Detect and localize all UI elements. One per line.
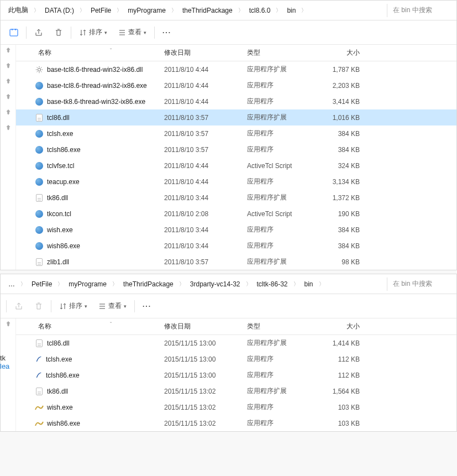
breadcrumb-overflow[interactable]: … <box>4 280 19 288</box>
file-row[interactable]: base-tk8.6-thread-win32-ix86.exe2011/8/1… <box>16 93 456 109</box>
file-list: 名称ˇ 修改日期 类型 大小 base-tcl8.6-thread-win32-… <box>16 45 456 270</box>
app-icon <box>35 81 44 90</box>
file-row[interactable]: tclsh86.exe2015/11/15 13:00应用程序112 KB <box>16 367 456 383</box>
breadcrumb-item[interactable]: myPrograme <box>64 280 111 288</box>
file-size: 103 KB <box>309 404 364 411</box>
file-row[interactable]: wish86.exe2015/11/15 13:02应用程序103 KB <box>16 415 456 431</box>
file-row[interactable]: tk86.dll2011/8/10 3:44应用程序扩展1,372 KB <box>16 190 456 206</box>
file-name: wish.exe <box>47 226 73 234</box>
file-date: 2011/8/10 4:44 <box>160 82 243 90</box>
file-row[interactable]: zlib1.dll2011/8/10 3:57应用程序扩展98 KB <box>16 254 456 270</box>
file-date: 2011/8/10 3:57 <box>160 114 243 122</box>
file-name: base-tk8.6-thread-win32-ix86.exe <box>47 98 145 106</box>
dll-icon <box>35 113 44 122</box>
column-splitter[interactable]: ˇ <box>110 48 112 54</box>
file-type: 应用程序扩展 <box>243 113 309 122</box>
file-date: 2015/11/15 13:02 <box>160 420 243 427</box>
breadcrumb-item[interactable]: bin <box>300 280 318 288</box>
breadcrumb-item[interactable]: myPrograme <box>123 7 170 14</box>
chevron-right-icon: 〉 <box>19 280 27 288</box>
file-row[interactable]: tclsh.exe2011/8/10 3:57应用程序384 KB <box>16 125 456 142</box>
breadcrumb-item[interactable]: DATA (D:) <box>40 7 78 14</box>
file-type: 应用程序 <box>243 129 309 138</box>
file-type: 应用程序 <box>243 225 309 234</box>
divider <box>26 27 27 39</box>
pin-icon[interactable] <box>4 78 12 86</box>
file-name: wish86.exe <box>47 420 80 427</box>
column-date[interactable]: 修改日期 <box>160 48 243 57</box>
delete-button[interactable] <box>49 25 69 40</box>
breadcrumb-item[interactable]: theThridPackage <box>178 7 237 14</box>
column-name[interactable]: 名称ˇ <box>16 322 160 331</box>
delete-button[interactable] <box>29 299 49 314</box>
sort-icon <box>59 302 67 310</box>
more-button[interactable]: ··· <box>137 299 157 313</box>
file-row[interactable]: tk86.dll2015/11/15 13:02应用程序扩展1,564 KB <box>16 383 456 399</box>
file-row[interactable]: wish.exe2011/8/10 3:44应用程序384 KB <box>16 222 456 238</box>
chevron-right-icon: 〉 <box>56 280 64 288</box>
column-size[interactable]: 大小 <box>309 48 364 57</box>
pin-icon[interactable] <box>4 93 12 101</box>
search-box[interactable]: 在 bin 中搜索 <box>387 4 453 17</box>
breadcrumb-item[interactable]: tcltk-86-32 <box>253 280 292 288</box>
file-type: 应用程序 <box>243 81 309 90</box>
file-name: tkcon.tcl <box>47 210 71 218</box>
file-row[interactable]: wish.exe2015/11/15 13:02应用程序103 KB <box>16 399 456 415</box>
view-button[interactable]: 查看 ▾ <box>113 24 152 40</box>
new-icon <box>9 28 18 37</box>
more-button[interactable]: ··· <box>157 25 177 40</box>
share-button[interactable] <box>9 299 29 314</box>
breadcrumb-item[interactable]: 3rdparty-vc14-32 <box>186 280 245 288</box>
breadcrumb-item[interactable]: PetFile <box>86 7 115 14</box>
view-icon <box>118 29 126 36</box>
column-type[interactable]: 类型 <box>243 322 309 331</box>
file-row[interactable]: tcl86.dll2011/8/10 3:57应用程序扩展1,016 KB <box>16 109 456 125</box>
wish-icon <box>35 419 44 428</box>
file-size: 384 KB <box>309 130 364 138</box>
pin-icon[interactable] <box>4 47 12 55</box>
file-name: tk86.dll <box>47 388 68 395</box>
column-type[interactable]: 类型 <box>243 48 309 57</box>
explorer-window-1: 此电脑〉DATA (D:)〉PetFile〉myPrograme〉theThri… <box>0 0 457 270</box>
file-row[interactable]: tclsh.exe2015/11/15 13:00应用程序112 KB <box>16 351 456 367</box>
share-button[interactable] <box>29 25 49 40</box>
search-box[interactable]: 在 bin 中搜索 <box>387 278 453 291</box>
file-type: ActiveTcl Script <box>243 162 309 170</box>
file-type: ActiveTcl Script <box>243 210 309 218</box>
column-size[interactable]: 大小 <box>309 322 364 331</box>
new-button[interactable] <box>4 25 24 40</box>
breadcrumb-item[interactable]: tcl8.6.0 <box>245 7 275 14</box>
view-button[interactable]: 查看 ▾ <box>93 298 132 314</box>
sort-button[interactable]: 排序 ▾ <box>73 24 113 40</box>
sort-label: 排序 <box>89 28 102 37</box>
file-row[interactable]: tclvfse.tcl2011/8/10 4:44ActiveTcl Scrip… <box>16 158 456 174</box>
chevron-right-icon: 〉 <box>78 7 86 14</box>
divider <box>134 300 135 312</box>
file-row[interactable]: tkcon.tcl2011/8/10 2:08ActiveTcl Script1… <box>16 206 456 222</box>
pin-icon[interactable] <box>4 321 12 328</box>
breadcrumb-item[interactable]: 此电脑 <box>4 6 33 15</box>
column-splitter[interactable]: ˇ <box>110 322 112 328</box>
breadcrumb-item[interactable]: bin <box>282 7 300 14</box>
toolbar: 排序 ▾ 查看 ▾ ··· <box>1 20 456 45</box>
file-row[interactable]: base-tcl8.6-thread-win32-ix86.dll2011/8/… <box>16 61 456 77</box>
file-date: 2015/11/15 13:00 <box>160 372 243 379</box>
file-row[interactable]: wish86.exe2011/8/10 3:44应用程序384 KB <box>16 238 456 254</box>
pin-icon[interactable] <box>4 62 12 70</box>
view-label: 查看 <box>108 301 122 311</box>
sort-button[interactable]: 排序 ▾ <box>54 298 93 314</box>
pin-icon[interactable] <box>4 124 12 132</box>
column-date[interactable]: 修改日期 <box>160 322 243 331</box>
file-date: 2011/8/10 4:44 <box>160 178 243 186</box>
app-icon <box>35 129 44 138</box>
pin-icon[interactable] <box>4 109 12 117</box>
share-icon <box>14 302 23 311</box>
file-row[interactable]: tcl86.dll2015/11/15 13:00应用程序扩展1,414 KB <box>16 335 456 351</box>
breadcrumb-item[interactable]: theThridPackage <box>119 280 178 288</box>
file-row[interactable]: tclsh86.exe2011/8/10 3:57应用程序384 KB <box>16 142 456 158</box>
file-row[interactable]: base-tcl8.6-thread-win32-ix86.exe2011/8/… <box>16 77 456 93</box>
column-name[interactable]: 名称ˇ <box>16 48 160 57</box>
feather-icon <box>35 355 43 363</box>
file-row[interactable]: teacup.exe2011/8/10 4:44应用程序3,134 KB <box>16 174 456 190</box>
breadcrumb-item[interactable]: PetFile <box>27 280 56 288</box>
